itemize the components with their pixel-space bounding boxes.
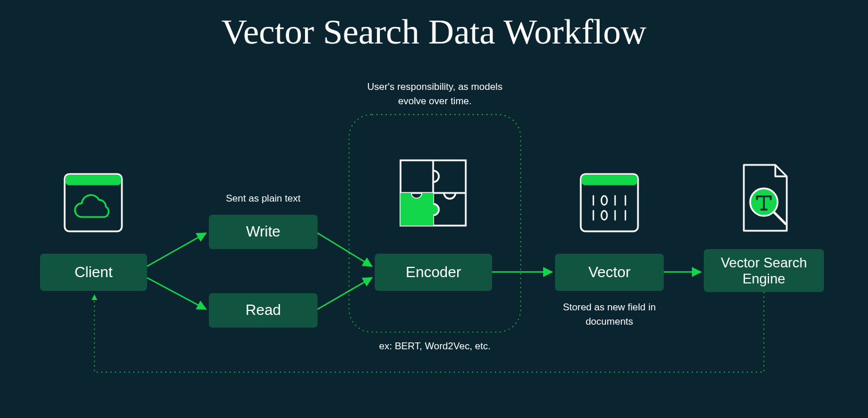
annotation-sent-as-plain-text: Sent as plain text <box>200 192 326 206</box>
svg-point-22 <box>750 188 778 216</box>
svg-rect-5 <box>581 174 638 231</box>
node-encoder: Encoder <box>375 254 492 291</box>
svg-line-24 <box>147 278 206 309</box>
svg-rect-6 <box>582 175 637 186</box>
svg-rect-2 <box>401 160 466 226</box>
svg-point-12 <box>601 211 607 220</box>
node-vector: Vector <box>555 254 664 291</box>
encoder-puzzle-icon <box>401 160 466 226</box>
encoder-boundary <box>349 115 521 332</box>
node-engine: Vector Search Engine <box>704 249 824 292</box>
diagram-title: Vector Search Data Workflow <box>0 11 868 52</box>
engine-document-icon <box>744 165 787 231</box>
svg-line-25 <box>318 233 372 266</box>
vector-binary-icon <box>581 174 638 231</box>
annotation-stored-as: Stored as new field in documents <box>549 301 669 329</box>
node-read: Read <box>209 293 318 328</box>
client-icon <box>65 174 122 231</box>
svg-rect-0 <box>65 174 122 231</box>
svg-line-26 <box>318 278 372 309</box>
svg-point-8 <box>601 196 607 205</box>
annotation-user-responsibility: User's responsibility, as models evolve … <box>352 80 518 108</box>
svg-point-15 <box>750 188 778 216</box>
diagram-overlay <box>0 0 868 418</box>
svg-rect-1 <box>66 175 121 186</box>
node-client: Client <box>40 254 147 291</box>
annotation-encoder-examples: ex: BERT, Word2Vec, etc. <box>369 340 501 354</box>
node-write: Write <box>209 215 318 249</box>
svg-line-21 <box>774 212 786 224</box>
svg-line-23 <box>147 233 206 266</box>
